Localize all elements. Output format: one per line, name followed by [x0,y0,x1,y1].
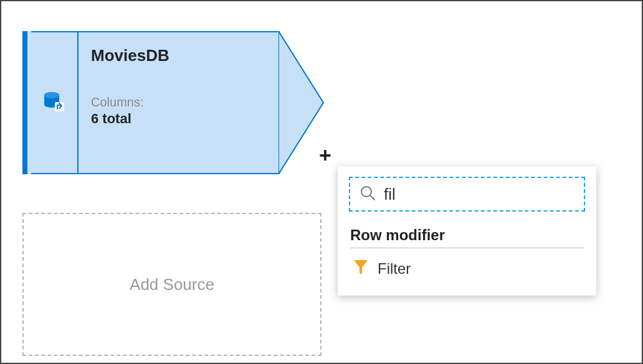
node-arrow-head [280,31,325,174]
svg-line-5 [370,195,374,200]
svg-point-1 [44,92,59,98]
node-accent [22,31,27,174]
search-box[interactable] [349,177,585,212]
option-filter[interactable]: Filter [349,248,585,282]
add-transformation-button[interactable]: + [319,144,331,166]
source-node-moviesdb[interactable]: MoviesDB Columns: 6 total [22,31,325,174]
svg-marker-6 [354,260,368,274]
search-icon [359,184,376,204]
transformation-picker: Row modifier Filter [338,166,596,296]
columns-count: 6 total [91,111,269,127]
funnel-icon [353,258,369,279]
add-source-label: Add Source [130,275,214,294]
node-title: MoviesDB [91,46,269,65]
node-icon-tab [31,31,77,174]
svg-marker-3 [279,31,323,174]
search-input[interactable] [384,185,575,204]
columns-label: Columns: [91,95,269,110]
node-body: MoviesDB Columns: 6 total [77,31,280,174]
section-header-row-modifier: Row modifier [350,226,584,244]
option-filter-label: Filter [378,260,411,278]
database-icon [42,89,67,116]
add-source-button[interactable]: Add Source [22,213,322,356]
